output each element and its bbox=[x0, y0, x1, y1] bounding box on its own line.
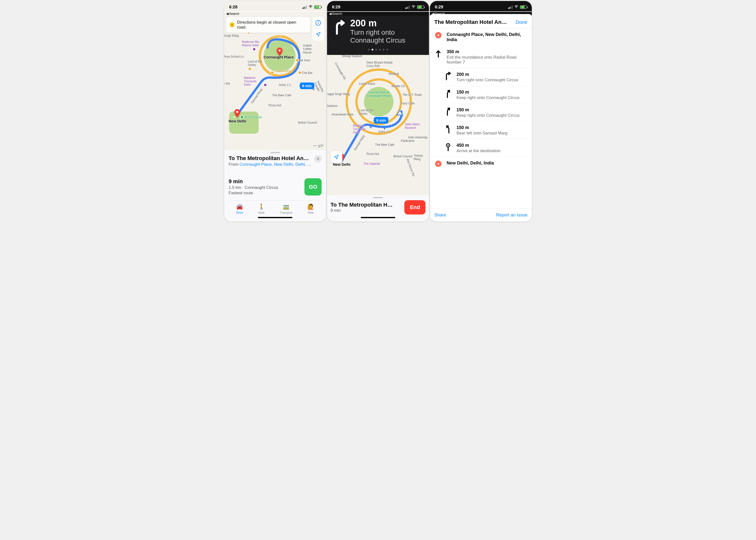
done-button[interactable]: Done bbox=[515, 20, 527, 25]
status-bar: 6:29 bbox=[327, 1, 429, 11]
origin-address: Connaught Place, New Delhi, Delhi, India bbox=[447, 32, 527, 42]
car-icon: 🚘 bbox=[236, 203, 243, 210]
step-row[interactable]: 150 mBear left onto Sansad Marg bbox=[444, 121, 527, 139]
weather-label: 〰 17° bbox=[313, 144, 324, 148]
road-label: nagat Singh Marg bbox=[327, 92, 350, 96]
status-time: 6:28 bbox=[229, 5, 238, 10]
poi-label: Lord of the Drinks bbox=[359, 109, 374, 115]
share-button[interactable]: Share bbox=[434, 212, 446, 218]
step-distance: 150 m bbox=[457, 107, 519, 112]
poi-label: The Beer Cafe bbox=[272, 93, 291, 97]
step-origin[interactable]: Connaught Place, New Delhi, Delhi, India bbox=[430, 29, 532, 46]
poi-label: The Host bbox=[298, 59, 310, 62]
status-bar: 6:28 bbox=[224, 1, 326, 11]
poi-dot bbox=[248, 67, 252, 71]
poi-dot bbox=[240, 115, 244, 119]
map-view[interactable]: Connaught Place New Delhi Burger Singh H… bbox=[224, 16, 326, 150]
location-arrow-icon bbox=[315, 32, 321, 38]
ride-icon: 🙋 bbox=[307, 203, 314, 210]
step-distance: 150 m bbox=[457, 90, 519, 95]
screen-navigation: 6:29 ◀ Search 200 m Turn right ontoConna… bbox=[327, 1, 429, 221]
mode-walk[interactable]: 🚶Walk bbox=[258, 203, 265, 214]
go-button[interactable]: GO bbox=[304, 178, 322, 196]
poi-label: Madame Tussauds Delhi bbox=[353, 124, 373, 134]
locate-button[interactable] bbox=[312, 29, 324, 41]
turn-card[interactable]: 200 m Turn right ontoConnaught Circus bbox=[327, 16, 429, 55]
slight-right-icon bbox=[444, 107, 452, 116]
mode-transport[interactable]: 🚃Transport bbox=[280, 203, 292, 214]
poi-label: Shivaji Stadium bbox=[342, 55, 362, 58]
report-issue-button[interactable]: Report an Issue bbox=[496, 212, 527, 218]
slight-left-icon bbox=[444, 125, 452, 133]
step-instruction: Bear left onto Sansad Marg bbox=[457, 131, 507, 136]
nav-footer-card[interactable]: To The Metropolitan H… 9 min End bbox=[327, 195, 429, 221]
map-view[interactable]: New Delhi Central Park at Connaught Plac… bbox=[327, 55, 429, 195]
route-time-bubble[interactable]: 9 min bbox=[374, 117, 388, 124]
step-row[interactable]: 450 mArrive at the destination bbox=[444, 139, 527, 157]
step-row[interactable]: 200 mTurn right onto Connaught Circus bbox=[444, 68, 527, 86]
close-button[interactable]: ✕ bbox=[314, 155, 322, 163]
poi-label: The G.T. Road bbox=[402, 93, 422, 96]
poi-label: H & M bbox=[273, 35, 281, 39]
steps-sheet: The Metropolitan Hotel And… Done Connaug… bbox=[430, 14, 532, 221]
map-canvas: New Delhi Central Park at Connaught Plac… bbox=[327, 55, 429, 195]
status-icons bbox=[405, 5, 424, 10]
status-icons bbox=[508, 5, 527, 10]
route-time-bubble[interactable]: 9 min bbox=[300, 82, 314, 89]
step-distance: 150 m bbox=[457, 125, 507, 130]
end-button[interactable]: End bbox=[404, 200, 425, 214]
step-row[interactable]: 350 mExit the roundabout onto Radial Roa… bbox=[430, 46, 532, 68]
step-distance: 200 m bbox=[457, 72, 518, 77]
poi-label: Looks Salon bbox=[359, 82, 375, 85]
home-indicator[interactable] bbox=[258, 217, 292, 218]
map-label-main: Connaught Place bbox=[264, 55, 294, 59]
battery-icon bbox=[520, 5, 527, 9]
origin-pin[interactable] bbox=[234, 109, 241, 117]
step-row[interactable]: 150 mKeep right onto Connaught Circus bbox=[444, 104, 527, 121]
page-indicator[interactable] bbox=[332, 49, 424, 51]
road-label: Arya School Ln bbox=[224, 55, 244, 59]
screen-step-list: 6:29 ◀ Search The Metropolitan Hotel And… bbox=[430, 1, 532, 221]
step-destination[interactable]: New Delhi, Delhi, India bbox=[430, 157, 532, 170]
destination-title: To The Metropolitan Hotel And… bbox=[229, 155, 312, 162]
back-to-search[interactable]: ◀ Search bbox=[327, 12, 429, 16]
info-banner: ! Directions begin at closest open road. bbox=[226, 17, 310, 33]
poi-dot bbox=[295, 59, 299, 62]
cellular-icon bbox=[405, 5, 410, 9]
status-time: 6:29 bbox=[332, 5, 340, 10]
info-icon: i bbox=[315, 20, 321, 26]
back-to-search[interactable]: ◀ Search bbox=[224, 12, 326, 16]
step-distance: 350 m bbox=[447, 49, 527, 55]
poi-dot bbox=[270, 71, 274, 74]
step-instruction: Arrive at the destination bbox=[457, 149, 500, 153]
poi-label: Ardor 2.1 bbox=[378, 130, 390, 133]
svg-point-1 bbox=[236, 111, 239, 113]
straight-icon bbox=[434, 49, 442, 58]
poi-label: Farzi Cafe bbox=[401, 102, 414, 105]
destination-pin[interactable] bbox=[276, 48, 283, 56]
destination-address: New Delhi, Delhi, India bbox=[447, 161, 494, 166]
status-bar: 6:29 bbox=[430, 1, 532, 11]
home-indicator[interactable] bbox=[361, 217, 395, 218]
step-row[interactable]: 150 mKeep right onto Connaught Circus bbox=[444, 86, 527, 104]
poi-label: Cha Bar bbox=[302, 71, 313, 74]
origin-line: From Connaught Place, New Delhi, Delhi, … bbox=[229, 162, 312, 167]
mode-ride[interactable]: 🙋Ride bbox=[307, 203, 314, 214]
grabber-handle[interactable] bbox=[373, 197, 383, 198]
road-label: Tolstoy Marg bbox=[414, 154, 429, 161]
eta-text: 9 min bbox=[229, 178, 278, 185]
mode-drive[interactable]: 🚘Drive bbox=[236, 203, 243, 214]
recenter-button[interactable] bbox=[331, 151, 342, 163]
road-label: Stadium bbox=[327, 104, 337, 108]
poi-label: Pizza Hut bbox=[269, 104, 281, 107]
step-instruction: Exit the roundabout onto Radial Road Num… bbox=[447, 55, 527, 65]
map-controls: i bbox=[312, 17, 324, 41]
poi-label: Radisson Blu Marina Hotel bbox=[242, 40, 262, 47]
steps-list[interactable]: Connaught Place, New Delhi, Delhi, India… bbox=[430, 28, 532, 208]
poi-label: Icfai University bbox=[408, 136, 427, 139]
poi-dot bbox=[253, 48, 256, 51]
origin-link[interactable]: Connaught Place, New Delhi, Delhi, I… bbox=[240, 162, 312, 167]
grabber-handle[interactable] bbox=[270, 152, 280, 153]
info-button[interactable]: i bbox=[312, 17, 324, 29]
directions-card[interactable]: To The Metropolitan Hotel And… From Conn… bbox=[224, 150, 326, 221]
